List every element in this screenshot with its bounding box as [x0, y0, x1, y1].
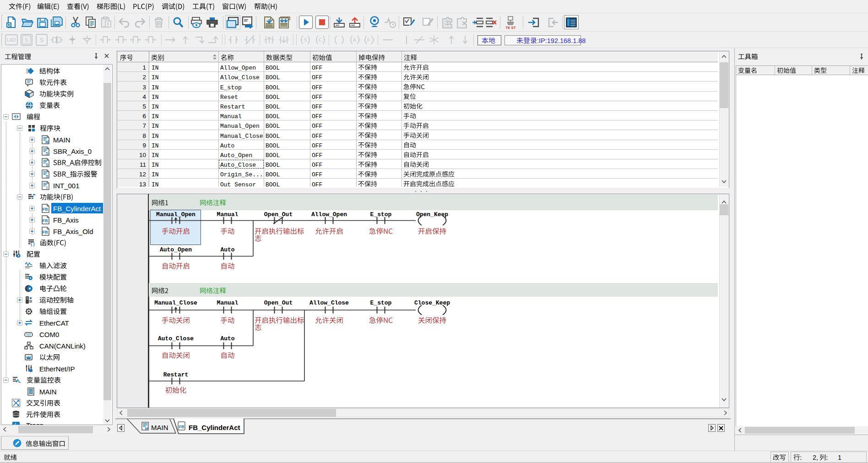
svg-text:FB: FB [42, 218, 48, 223]
svg-text:S: S [46, 174, 49, 179]
svg-text:S: S [46, 163, 49, 167]
svg-text:F: F [367, 38, 370, 43]
svg-text:TE ST: TE ST [505, 26, 516, 29]
svg-text:FB: FB [179, 425, 184, 429]
svg-text:FB: FB [42, 207, 48, 212]
svg-text:LAD: LAD [7, 38, 16, 43]
svg-text:M: M [145, 426, 148, 430]
svg-text:S: S [304, 38, 307, 43]
svg-text:( ): ( ) [31, 242, 35, 246]
svg-text:C: C [319, 38, 322, 43]
svg-text:I: I [46, 185, 47, 190]
svg-text:A: A [353, 38, 356, 43]
svg-text:M: M [45, 140, 49, 144]
svg-text:S: S [25, 37, 28, 44]
svg-text:S: S [46, 151, 49, 156]
svg-text:S: S [40, 37, 43, 44]
svg-text:FB: FB [42, 229, 48, 234]
